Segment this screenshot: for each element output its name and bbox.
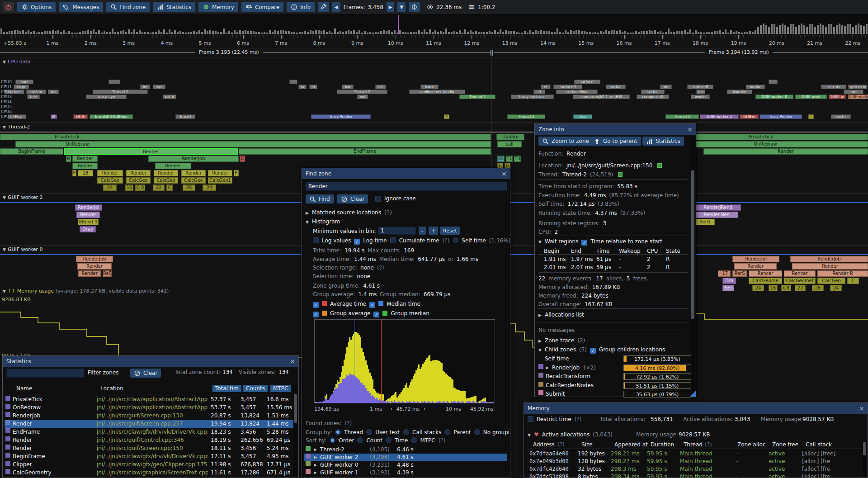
cpu-zone[interactable]: audioserver /audio [409,90,465,94]
options-button[interactable]: Options [17,2,56,12]
timeline-zone[interactable]: 22 [153,185,165,191]
timeline-zone[interactable]: Re5 [103,270,112,277]
cpu-data-header[interactable]: ▼CPU data [3,59,31,65]
timeline-zone[interactable]: 24 [830,285,842,291]
cpu-zone[interactable]: GUIF-work [795,95,827,99]
timeline-zone[interactable]: Rencer [784,270,816,277]
resize-grip[interactable] [690,391,696,397]
cpu-zone[interactable]: iu [309,85,317,89]
timeline-zone[interactable]: Render [78,270,101,277]
cpu-zone[interactable]: cfr [375,85,386,89]
timeline-zone[interactable]: RerR [695,219,715,225]
cpu-zone[interactable] [108,80,120,84]
cpu-zone[interactable]: md [357,95,368,99]
timeline-zone[interactable]: RenderJob [790,256,868,262]
timeline-zone[interactable]: 24 [752,285,764,291]
timeline-zone[interactable]: Render [72,156,98,162]
cpu-zone[interactable]: sen-sis [821,85,846,89]
timeline-zone[interactable]: Render [181,170,206,176]
cpu-zone[interactable]: tracy_systrace [511,95,554,99]
frame-overview-strip[interactable] [0,15,868,34]
timeline-zone[interactable]: Dray [80,226,96,232]
timeline-zone[interactable]: 24 [103,185,117,191]
timeline-zone[interactable]: 16 [125,185,133,191]
cpu-zone[interactable] [289,80,297,84]
zone-info-scrollbar[interactable] [691,136,695,396]
cpu-zone[interactable]: kwoi [420,85,439,89]
cpu-zone[interactable]: GUIF worker [848,95,868,99]
cpu-zone[interactable]: ia [298,85,307,89]
cpu-zone[interactable]: Thread-2 [459,95,495,99]
tools-button[interactable] [318,2,329,12]
timeline-zone[interactable]: Render [703,148,868,155]
cpu-zone[interactable]: composer@2.1-se (HW [573,95,630,99]
cpu-zone[interactable]: Tracy Profiler [311,114,371,119]
timeline-zone[interactable]: Dra [722,278,736,284]
timeline-zone[interactable]: CalcGeo [181,177,206,184]
timeline-zone[interactable]: CalcGeo [97,177,123,184]
statistics-scrollbar[interactable] [293,385,297,477]
timeline-zone[interactable]: CalcGeo [126,177,151,184]
timeline-zone[interactable]: T0 [514,156,521,162]
timeline-zone[interactable]: CalcGeo [154,177,178,184]
cpu-zone[interactable]: surfacefling [556,90,598,94]
timeline-zone[interactable]: Render [64,148,238,155]
power-button[interactable] [3,2,14,12]
memory-scrollbar[interactable] [863,441,867,477]
frames-row[interactable]: Frame 3,193 (22.45 ms) Frame 3,194 (13.9… [0,48,868,57]
cpu-zone[interactable]: kv,gr [14,85,29,89]
cpu-zone[interactable]: system-ig [848,85,867,89]
timeline-zone[interactable]: T1 [506,156,513,162]
memory-button[interactable]: Memory [198,2,238,12]
cpu-zone[interactable]: roi [660,85,672,89]
timeline-zone[interactable]: F [234,170,239,176]
cpu-zone[interactable]: Thread-2 [93,90,148,94]
timeline-zone[interactable]: RenderJob [148,156,239,162]
cpu-zone[interactable]: composer@ [637,95,669,99]
cpu-zone[interactable]: TracyGUIFGUIFwor [90,114,133,119]
cpu-zone[interactable]: kw [342,85,354,89]
timeline-zone[interactable]: CalcGeome [749,278,782,284]
cpu-zone[interactable] [769,80,778,84]
timeline-zone[interactable]: C8 [781,285,791,291]
timeline-zone[interactable]: 16 [769,285,778,291]
cpu-zone[interactable]: GUIFw [740,114,759,119]
timeline-zone[interactable]: Render R [817,270,868,277]
timeline-zone[interactable]: RenderJRend [695,204,741,211]
cpu-zone[interactable]: M [51,114,57,119]
cpu-zone[interactable]: GUIF-w [829,95,846,99]
cpu-zone[interactable]: ard [844,90,863,94]
timeline-zone[interactable]: Render [77,263,112,270]
info-button[interactable]: Info [287,2,315,12]
timeline-zone[interactable]: C 8 [135,185,145,191]
timeline-zone[interactable]: Render [208,170,232,176]
cpu-zone[interactable]: surfacefl [553,85,582,89]
cpu-zone[interactable]: surface! [574,80,600,84]
prev-frame-button[interactable]: ◀ [332,2,340,12]
timeline-zone[interactable]: F [72,170,76,176]
thread-header-guif-worker-2[interactable]: ▼GUIF worker 2 [3,194,43,200]
cpu-zone[interactable]: syste [831,114,851,119]
cpu-zone[interactable]: et [541,85,551,89]
timeline-zone[interactable]: Render [76,212,100,218]
messages-button[interactable]: Messages [59,2,103,12]
timeline-zone[interactable]: 26 [183,185,195,191]
thread-header-thread-2[interactable]: ▼Thread-2 [3,124,30,130]
find-zone-button[interactable]: Find zone [106,2,150,12]
timeline-zone[interactable]: RerS [732,270,747,277]
timeline-zone[interactable]: RenderJol [732,256,779,262]
cpu-zone[interactable]: surt [15,80,33,84]
timeline-zone[interactable]: CalcGeomet [784,278,816,284]
cpu-zone[interactable]: surfacefl [687,85,713,89]
cpu-zone[interactable]: Thread-2 [337,90,387,94]
timeline-zone[interactable]: PrivateTick [0,134,491,140]
cpu-zone[interactable]: ier [696,90,705,94]
cpu-zone[interactable]: I [808,114,814,119]
cpu-zone[interactable]: tele [27,95,40,99]
cpu-zone[interactable]: systen [26,90,46,94]
cpu-zone[interactable]: A [444,114,449,119]
timeline-zone[interactable]: Render [154,170,178,176]
timeline-zone[interactable]: C [847,278,859,284]
statistics-button[interactable]: Statistics [153,2,195,12]
timeline-zone[interactable]: -17 [718,270,731,277]
